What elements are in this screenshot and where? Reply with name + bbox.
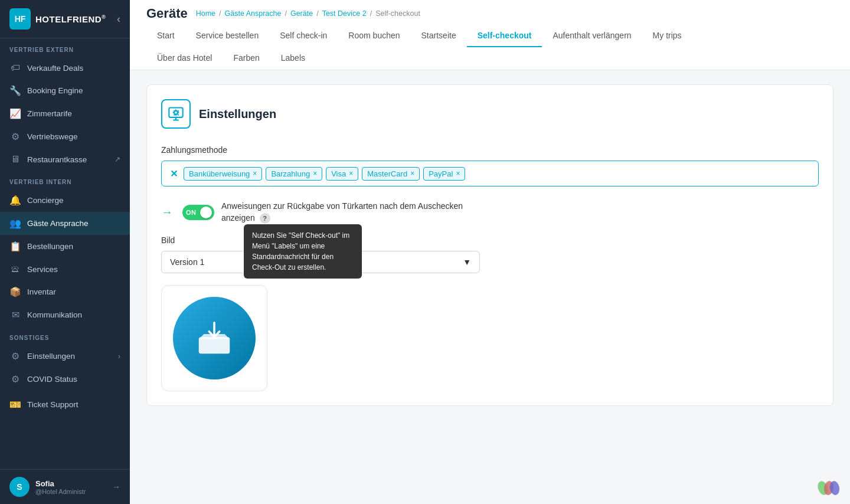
tag-barzahlung[interactable]: Barzahlung × [266,167,322,181]
sidebar-item-gaeste-ansprache[interactable]: 👥 Gäste Ansprache [0,212,130,235]
sub-tab-farben[interactable]: Farben [223,48,270,70]
chart-icon: 📈 [9,108,21,119]
sidebar-item-ticket-support[interactable]: 🎫 Ticket Support [0,393,130,416]
preview-circle [173,297,256,379]
sidebar-item-bestellungen[interactable]: 📋 Bestellungen [0,235,130,258]
checkout-icon [194,318,235,359]
bottom-logo [817,479,841,497]
settings-header: Einstellungen [161,99,819,129]
page-header: Geräte Home / Gäste Ansprache / Geräte /… [130,0,850,70]
sidebar-item-zimmertarife[interactable]: 📈 Zimmertarife [0,102,130,125]
svg-rect-4 [199,338,230,354]
sidebar-item-label: Ticket Support [27,400,79,409]
sidebar-item-inventar[interactable]: 📦 Inventar [0,280,130,303]
covid-icon: ⚙ [9,374,21,385]
external-link-icon: ↗ [115,155,120,163]
sidebar-item-label: Inventar [27,287,56,296]
sidebar-item-booking-engine[interactable]: 🔧 Booking Engine [0,79,130,102]
tab-aufenthalt[interactable]: Aufenthalt verlängern [542,24,642,47]
settings-icon: ⚙ [9,351,21,362]
gear-icon: ⚙ [9,131,21,142]
register-icon: 🖥 [9,154,21,165]
tag-mastercard[interactable]: MasterCard × [362,167,420,181]
chevron-down-icon: ▼ [463,257,471,267]
sidebar-item-services[interactable]: 🛎 Services [0,258,130,280]
toggle-knob [200,207,212,218]
sidebar-item-label: COVID Status [27,375,77,384]
page-content: Einstellungen Zahlungsmethode ✕ Banküber… [130,70,850,504]
sidebar-item-label: Kommunikation [27,310,82,319]
image-preview [161,285,267,391]
tag-remove-icon[interactable]: × [410,169,414,178]
sub-tab-labels[interactable]: Labels [270,48,316,70]
sub-tab-ueber-das-hotel[interactable]: Über das Hotel [146,48,223,70]
toggle-row: → ON Anweisungen zur Rückgabe von Türkar… [161,201,819,224]
tag-label: Banküberweisung [189,169,250,178]
breadcrumb-geraete[interactable]: Geräte [290,9,313,18]
ticket-icon: 🎫 [9,399,21,410]
user-profile[interactable]: S Sofia @Hotel Administr → [0,469,130,504]
toggle-switch[interactable]: ON [182,205,214,220]
sidebar-collapse-button[interactable]: ‹ [117,13,120,25]
sidebar-item-verkaufte-deals[interactable]: 🏷 Verkaufte Deals [0,57,130,79]
sidebar-item-label: Gäste Ansprache [27,219,89,228]
tag-remove-icon[interactable]: × [253,169,257,178]
tag-label: MasterCard [367,169,407,178]
tab-my-trips[interactable]: My trips [642,24,692,47]
tag-remove-icon[interactable]: × [313,169,317,178]
sidebar-item-einstellungen[interactable]: ⚙ Einstellungen › [0,345,130,368]
breadcrumb-test-device[interactable]: Test Device 2 [322,9,367,18]
tooltip-text: Nutzen Sie "Self Check-out" im Menü "Lab… [252,231,349,271]
services-icon: 🛎 [9,264,21,274]
sub-tabs: Über das Hotel Farben Labels [146,47,833,70]
tab-start[interactable]: Start [146,24,185,47]
tab-service-bestellen[interactable]: Service bestellen [185,24,270,47]
svg-rect-0 [169,108,182,117]
breadcrumb-gaeste[interactable]: Gäste Ansprache [225,9,282,18]
tab-startseite[interactable]: Startseite [411,24,467,47]
people-icon: 👥 [9,218,21,229]
engine-icon: 🔧 [9,85,21,96]
logo-text: HOTELFRIEND® [35,14,106,24]
sidebar-item-concierge[interactable]: 🔔 Concierge [0,189,130,212]
breadcrumb-home[interactable]: Home [196,9,215,18]
tab-self-checkout[interactable]: Self-checkout [467,24,542,47]
tag-remove-icon[interactable]: × [349,169,353,178]
logout-icon[interactable]: → [112,482,120,492]
breadcrumb-current: Self-checkout [375,9,420,18]
chevron-right-icon: › [118,352,120,361]
clear-all-button[interactable]: ✕ [168,167,180,181]
section-label-sonstiges: SONSTIGES [0,326,130,345]
payment-methods-container[interactable]: ✕ Banküberweisung × Barzahlung × Visa × … [161,161,819,186]
toggle-description: Anweisungen zur Rückgabe von Türkarten n… [221,201,463,224]
toggle-on-label: ON [186,209,197,216]
page-title: Geräte [146,6,188,21]
settings-card-title: Einstellungen [199,107,276,121]
version-select-value: Version 1 [170,257,204,267]
main-tabs: Start Service bestellen Self check-in Ro… [146,24,833,47]
sidebar-item-label: Einstellungen [27,352,75,361]
sidebar-item-label: Services [27,265,58,274]
sidebar-item-vertriebswege[interactable]: ⚙ Vertriebswege [0,125,130,148]
arrow-indicator-icon: → [161,205,173,219]
help-icon[interactable]: ? [260,213,270,224]
sidebar-item-restaurantkasse[interactable]: 🖥 Restaurantkasse ↗ [0,148,130,171]
tag-remove-icon[interactable]: × [456,169,460,178]
section-label-extern: VERTRIEB EXTERN [0,38,130,57]
user-role: @Hotel Administr [35,488,106,495]
user-info: Sofia @Hotel Administr [35,479,106,495]
sidebar-logo: HF HOTELFRIEND® ‹ [0,0,130,38]
sidebar-item-kommunikation[interactable]: ✉ Kommunikation [0,303,130,326]
mail-icon: ✉ [9,309,21,320]
tooltip: Nutzen Sie "Self Check-out" im Menü "Lab… [244,224,362,279]
concierge-icon: 🔔 [9,195,21,206]
tag-visa[interactable]: Visa × [326,167,358,181]
tag-bankueberweisung[interactable]: Banküberweisung × [184,167,262,181]
inventory-icon: 📦 [9,286,21,297]
tag-paypal[interactable]: PayPal × [423,167,465,181]
tab-room-buchen[interactable]: Room buchen [338,24,410,47]
sidebar-item-covid-status[interactable]: ⚙ COVID Status [0,368,130,391]
sidebar-item-label: Concierge [27,196,64,205]
sidebar: HF HOTELFRIEND® ‹ VERTRIEB EXTERN 🏷 Verk… [0,0,130,504]
tab-self-check-in[interactable]: Self check-in [269,24,338,47]
